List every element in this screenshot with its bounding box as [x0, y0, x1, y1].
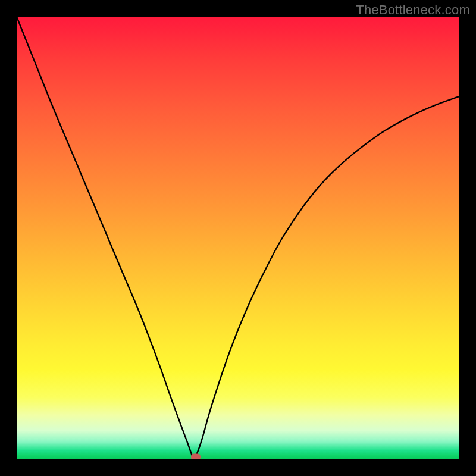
chart-frame: TheBottleneck.com: [0, 0, 476, 476]
optimal-point-marker: [191, 453, 201, 459]
watermark-text: TheBottleneck.com: [356, 2, 470, 18]
plot-area: [17, 17, 459, 459]
bottleneck-curve: [17, 17, 459, 459]
